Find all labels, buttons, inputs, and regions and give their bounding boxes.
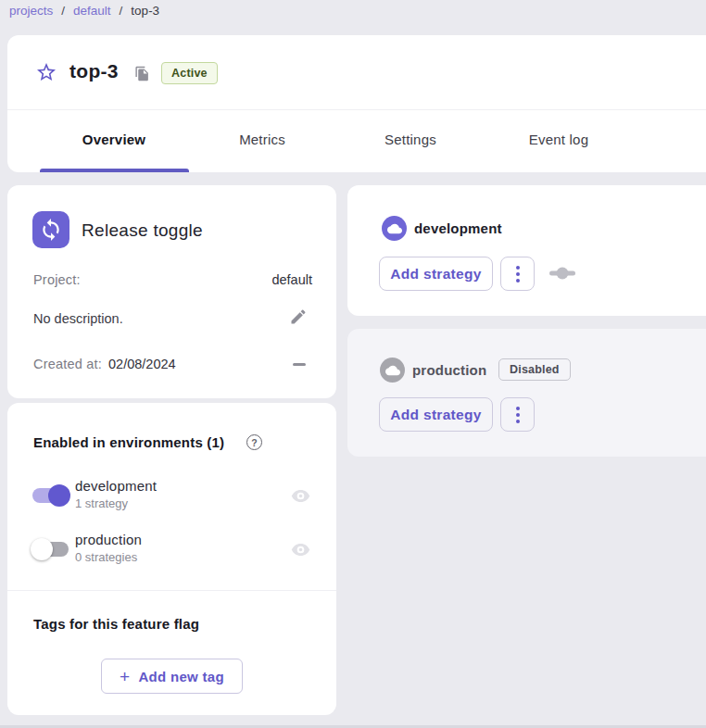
eye-icon[interactable] bbox=[291, 540, 310, 563]
breadcrumb-default-link[interactable]: default bbox=[73, 4, 111, 18]
breadcrumb-current: top-3 bbox=[131, 4, 159, 18]
feature-header-card: top-3 Active Overview Metrics Settings E… bbox=[7, 35, 706, 172]
cloud-icon bbox=[380, 358, 405, 383]
tab-settings[interactable]: Settings bbox=[336, 110, 485, 169]
toggle-thumb bbox=[31, 538, 53, 560]
loading-skeleton bbox=[549, 267, 575, 280]
environment-card-production: production Disabled Add strategy bbox=[347, 329, 706, 457]
tab-overview-label: Overview bbox=[82, 132, 145, 147]
edit-description-icon[interactable] bbox=[289, 308, 308, 326]
kebab-icon bbox=[516, 272, 520, 276]
environments-panel-title: Enabled in environments (1) bbox=[33, 434, 224, 450]
feature-type-label: Release toggle bbox=[82, 220, 203, 241]
tab-metrics-label: Metrics bbox=[239, 132, 285, 147]
toggle-thumb bbox=[48, 484, 70, 507]
tab-event-log[interactable]: Event log bbox=[485, 110, 633, 169]
project-label: Project: bbox=[33, 272, 81, 287]
tab-event-log-label: Event log bbox=[529, 132, 588, 147]
kebab-icon bbox=[516, 413, 520, 417]
add-strategy-label: Add strategy bbox=[390, 266, 481, 282]
disabled-badge: Disabled bbox=[498, 358, 571, 381]
tab-settings-label: Settings bbox=[385, 132, 436, 147]
tab-metrics[interactable]: Metrics bbox=[188, 110, 336, 169]
environment-more-actions-button[interactable] bbox=[500, 257, 535, 291]
environment-card-development: development Add strategy bbox=[347, 185, 706, 316]
breadcrumb-separator: / bbox=[61, 4, 65, 18]
help-icon[interactable]: ? bbox=[246, 434, 262, 450]
cloud-icon bbox=[382, 216, 407, 241]
environment-name-production: production bbox=[75, 532, 142, 547]
environment-card-title: development bbox=[414, 220, 502, 236]
release-toggle-icon bbox=[32, 211, 69, 248]
environments-panel: Enabled in environments (1) ? developmen… bbox=[7, 403, 336, 715]
kebab-icon bbox=[516, 266, 520, 270]
page-title: top-3 bbox=[69, 60, 119, 82]
environment-toggle-development[interactable] bbox=[31, 484, 70, 507]
kebab-icon bbox=[516, 279, 520, 282]
environment-more-actions-button[interactable] bbox=[500, 397, 535, 432]
environment-card-title: production bbox=[412, 362, 486, 378]
add-new-tag-label: Add new tag bbox=[138, 669, 223, 684]
tab-overview[interactable]: Overview bbox=[40, 110, 188, 169]
tags-section-title: Tags for this feature flag bbox=[33, 616, 199, 632]
breadcrumb: projects / default / top-3 bbox=[9, 4, 159, 18]
created-at-value: 02/08/2024 bbox=[108, 357, 176, 371]
breadcrumb-projects-link[interactable]: projects bbox=[9, 4, 53, 18]
breadcrumb-separator: / bbox=[120, 4, 123, 18]
add-strategy-button-development[interactable]: Add strategy bbox=[379, 257, 493, 291]
status-badge: Active bbox=[161, 62, 218, 84]
plus-icon: + bbox=[120, 668, 130, 685]
active-tab-indicator bbox=[40, 169, 189, 172]
add-strategy-button-production[interactable]: Add strategy bbox=[379, 397, 493, 432]
project-value: default bbox=[271, 272, 312, 287]
kebab-icon bbox=[516, 420, 520, 423]
add-new-tag-button[interactable]: + Add new tag bbox=[101, 659, 243, 694]
environment-strategy-count-production: 0 strategies bbox=[75, 550, 137, 564]
add-strategy-label: Add strategy bbox=[390, 407, 481, 423]
panel-divider bbox=[7, 590, 336, 591]
tab-bar: Overview Metrics Settings Event log bbox=[40, 110, 633, 169]
environment-name-development: development bbox=[75, 478, 157, 494]
dash-placeholder bbox=[293, 363, 306, 366]
created-at-label: Created at: bbox=[33, 357, 102, 371]
kebab-icon bbox=[516, 407, 520, 410]
environment-strategy-count-development: 1 strategy bbox=[75, 496, 128, 510]
copy-name-icon[interactable] bbox=[134, 66, 150, 82]
favorite-star-icon[interactable] bbox=[35, 61, 57, 83]
feature-details-card: Release toggle Project: default No descr… bbox=[7, 185, 336, 398]
description-text: No description. bbox=[33, 311, 123, 326]
environment-toggle-production[interactable] bbox=[31, 538, 70, 560]
eye-icon[interactable] bbox=[291, 486, 310, 509]
